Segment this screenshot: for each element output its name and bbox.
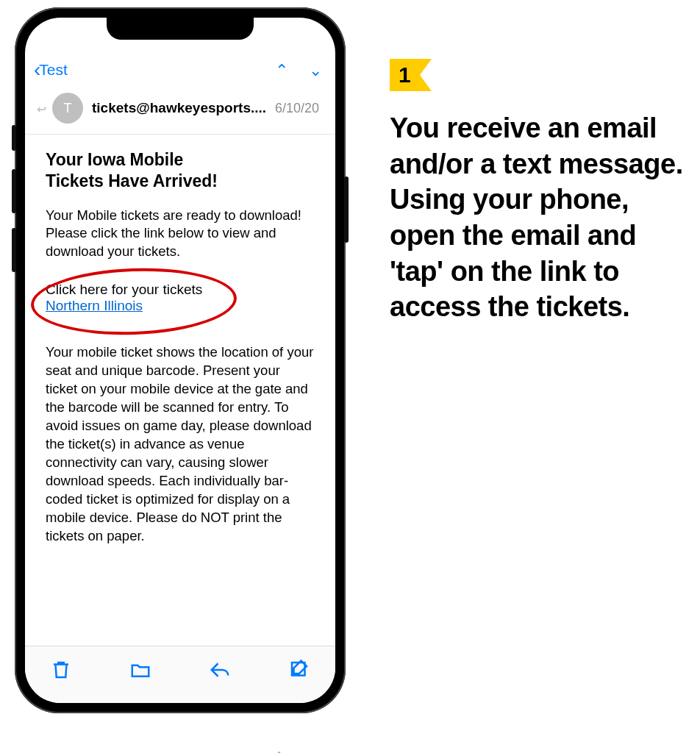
trash-icon[interactable] [50,659,72,681]
mute-switch [12,125,16,151]
reply-icon[interactable] [209,659,231,681]
instruction-column: 1 You receive an email and/or a text mes… [368,0,700,753]
mail-toolbar [25,646,335,703]
phone-frame: ‹ Test ⌃ ⌄ ↩ T tickets@hawkeyesports....… [15,7,346,713]
step-number: 1 [390,59,420,91]
back-label: Test [39,61,68,79]
email-intro: Your Mobile tickets are ready to downloa… [46,207,315,262]
compose-icon[interactable] [288,659,310,681]
volume-up-button [12,169,16,213]
toolbar-ghost [34,744,313,753]
folder-icon[interactable] [129,659,151,681]
sender-name: tickets@hawkeyesports.... [92,100,275,116]
volume-down-button [12,228,16,272]
phone-mock-column: ‹ Test ⌃ ⌄ ↩ T tickets@hawkeyesports....… [0,0,368,753]
email-subject: Your Iowa Mobile Tickets Have Arrived! [46,149,315,192]
step-badge: 1 [390,59,420,91]
ticket-link[interactable]: Northern Illinois [46,298,143,313]
phone-notch [107,18,254,40]
prev-message-button[interactable]: ⌃ [275,61,288,80]
email-date: 6/10/20 [275,101,319,116]
next-message-button[interactable]: ⌄ [309,61,322,80]
sender-row[interactable]: ↩ T tickets@hawkeyesports.... 6/10/20 [25,93,335,135]
back-button[interactable]: ‹ Test [34,60,68,80]
email-body: Your Iowa Mobile Tickets Have Arrived! Y… [25,135,335,664]
reply-indicator-icon: ↩ [37,102,46,116]
email-details: Your mobile ticket shows the location of… [46,343,315,546]
avatar: T [52,93,83,124]
link-caption: Click here for your tickets [46,282,315,298]
mail-nav-bar: ‹ Test ⌃ ⌄ [25,43,335,88]
ticket-link-block: Click here for your tickets Northern Ill… [46,282,315,314]
phone-screen: ‹ Test ⌃ ⌄ ↩ T tickets@hawkeyesports....… [25,18,335,703]
step-instruction: You receive an email and/or a text messa… [390,110,685,325]
power-button [344,176,349,243]
